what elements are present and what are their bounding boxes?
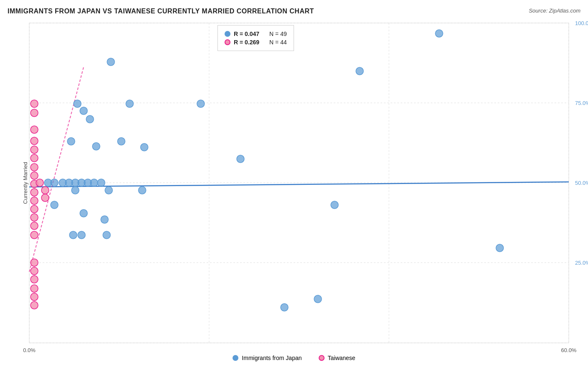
svg-point-69 <box>31 267 38 275</box>
svg-point-65 <box>36 179 43 186</box>
svg-text:75.0%: 75.0% <box>575 100 588 106</box>
svg-point-20 <box>356 67 363 75</box>
svg-point-53 <box>31 137 38 145</box>
svg-point-24 <box>126 100 133 107</box>
bottom-legend-taiwanese: Taiwanese <box>319 355 355 361</box>
bottom-legend-label-taiwanese: Taiwanese <box>328 355 355 361</box>
svg-point-29 <box>141 143 148 151</box>
legend-row-taiwanese: R = 0.269 N = 44 <box>225 39 287 46</box>
svg-point-27 <box>92 143 100 150</box>
legend-r-japan: R = 0.047 <box>234 31 259 37</box>
svg-text:60.0%: 60.0% <box>561 347 577 353</box>
legend-dot-taiwanese <box>225 39 230 45</box>
svg-point-57 <box>31 172 38 179</box>
svg-point-30 <box>237 155 244 163</box>
svg-point-42 <box>101 216 108 223</box>
legend-row-japan: R = 0.047 N = 49 <box>225 31 287 37</box>
svg-point-74 <box>31 100 38 107</box>
svg-point-52 <box>314 295 322 303</box>
svg-point-28 <box>118 138 125 145</box>
svg-point-40 <box>51 201 58 209</box>
svg-text:0.0%: 0.0% <box>23 347 36 353</box>
svg-point-63 <box>31 222 38 230</box>
svg-point-26 <box>67 138 75 145</box>
svg-point-76 <box>31 126 38 133</box>
svg-point-19 <box>435 30 443 37</box>
svg-point-68 <box>31 259 38 266</box>
legend-dot-japan <box>225 31 230 37</box>
bottom-legend-label-japan: Immigrants from Japan <box>242 355 302 361</box>
svg-point-45 <box>105 186 112 194</box>
svg-point-18 <box>107 58 115 66</box>
bottom-legend-dot-japan <box>233 355 238 361</box>
chart-container: IMMIGRANTS FROM JAPAN VS TAIWANESE CURRE… <box>0 0 588 373</box>
svg-text:25.0%: 25.0% <box>575 260 588 266</box>
svg-point-62 <box>31 214 38 221</box>
svg-point-72 <box>31 293 38 301</box>
svg-point-70 <box>31 276 38 283</box>
svg-point-50 <box>496 244 504 252</box>
svg-point-75 <box>31 109 38 117</box>
svg-point-61 <box>31 205 38 213</box>
legend-n-taiwanese: N = 44 <box>269 39 287 46</box>
svg-point-54 <box>31 146 38 153</box>
svg-point-64 <box>31 231 38 239</box>
svg-point-41 <box>80 209 87 217</box>
svg-point-67 <box>41 194 49 202</box>
svg-point-55 <box>31 154 38 162</box>
svg-point-43 <box>331 201 338 209</box>
svg-point-23 <box>86 115 94 123</box>
svg-point-44 <box>72 186 79 194</box>
svg-point-22 <box>80 107 87 115</box>
svg-point-73 <box>31 301 38 309</box>
svg-point-25 <box>197 100 205 107</box>
svg-point-46 <box>138 186 146 194</box>
svg-text:100.0%: 100.0% <box>575 20 588 26</box>
bottom-legend-dot-taiwanese <box>319 355 325 361</box>
svg-point-49 <box>103 231 110 239</box>
svg-point-21 <box>74 100 81 107</box>
bottom-legend-japan: Immigrants from Japan <box>233 355 302 361</box>
svg-point-71 <box>31 285 38 292</box>
svg-point-47 <box>69 231 77 239</box>
svg-point-59 <box>31 189 38 196</box>
svg-point-32 <box>51 179 58 186</box>
legend: R = 0.047 N = 49 R = 0.269 N = 44 <box>217 25 294 51</box>
chart-svg: 100.0% 75.0% 50.0% 25.0% 0.0% 60.0% <box>0 0 588 373</box>
svg-point-60 <box>31 197 38 204</box>
legend-r-taiwanese: R = 0.269 <box>234 39 259 46</box>
svg-point-51 <box>281 304 288 311</box>
svg-point-66 <box>41 186 49 194</box>
svg-point-39 <box>97 179 105 186</box>
bottom-legend: Immigrants from Japan Taiwanese <box>0 355 588 361</box>
legend-n-japan: N = 49 <box>269 31 287 37</box>
svg-point-48 <box>78 231 85 239</box>
svg-point-38 <box>90 179 98 186</box>
svg-text:50.0%: 50.0% <box>575 180 588 186</box>
svg-point-56 <box>31 164 38 171</box>
